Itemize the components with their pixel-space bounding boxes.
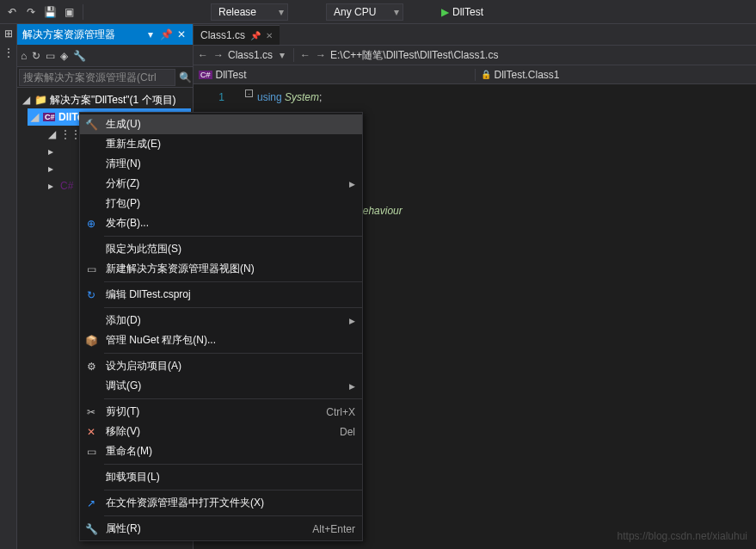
panel-title: 解决方案资源管理器 bbox=[22, 28, 141, 42]
menu-edit-proj[interactable]: ↻编辑 DllTest.csproj bbox=[80, 285, 362, 305]
menu-startup[interactable]: ⚙设为启动项目(A) bbox=[80, 356, 362, 376]
pin-icon[interactable]: 📌 bbox=[250, 31, 261, 40]
refresh-icon[interactable]: ↻ bbox=[32, 50, 40, 62]
wrench-icon: 🔧 bbox=[83, 523, 99, 535]
platform-dropdown[interactable]: Any CPU bbox=[326, 3, 403, 21]
chevron-right-icon: ▶ bbox=[349, 180, 355, 188]
fwd-icon[interactable]: → bbox=[315, 49, 327, 61]
rail-icon[interactable]: ⋮ bbox=[3, 46, 14, 59]
package-icon: 📦 bbox=[83, 335, 99, 347]
menu-publish[interactable]: ⊕发布(B)... bbox=[80, 213, 362, 233]
menu-analyze[interactable]: 分析(Z)▶ bbox=[80, 174, 362, 194]
delete-icon: ✕ bbox=[83, 426, 99, 438]
menu-nuget[interactable]: 📦管理 NuGet 程序包(N)... bbox=[80, 330, 362, 350]
csharp-icon: C# bbox=[43, 113, 55, 121]
solution-label: 解决方案"DllTest"(1 个项目) bbox=[50, 93, 176, 108]
nav-file[interactable]: Class1.cs bbox=[228, 49, 273, 61]
menu-properties[interactable]: 🔧属性(R)Alt+Enter bbox=[80, 519, 362, 539]
redo-icon[interactable]: ↷ bbox=[22, 3, 40, 21]
close-icon[interactable]: ✕ bbox=[266, 31, 273, 40]
back-icon[interactable]: ← bbox=[197, 49, 209, 61]
rail-icon[interactable]: ⊞ bbox=[4, 28, 13, 40]
context-menu: 🔨生成(U) 重新生成(E) 清理(N) 分析(Z)▶ 打包(P) ⊕发布(B)… bbox=[79, 112, 363, 541]
menu-cut[interactable]: ✂剪切(T)Ctrl+X bbox=[80, 402, 362, 422]
project-selector[interactable]: C# DllTest bbox=[194, 69, 476, 81]
search-row: 🔍 bbox=[17, 67, 193, 88]
solution-icon: 📁 bbox=[34, 94, 46, 106]
chevron-right-icon: ▶ bbox=[349, 317, 355, 325]
build-icon: 🔨 bbox=[83, 119, 99, 131]
gear-icon: ⚙ bbox=[83, 361, 99, 373]
search-input[interactable] bbox=[19, 69, 175, 86]
menu-debug[interactable]: 调试(G)▶ bbox=[80, 376, 362, 396]
chevron-right-icon: ▶ bbox=[349, 382, 355, 391]
rename-icon: ▭ bbox=[83, 446, 99, 458]
edit-icon: ↻ bbox=[83, 289, 99, 301]
watermark: https://blog.csdn.net/xialuhui bbox=[618, 530, 747, 542]
menu-newview[interactable]: ▭新建解决方案资源管理器视图(N) bbox=[80, 259, 362, 279]
panel-header: 解决方案资源管理器 ▾ 📌 ✕ bbox=[17, 24, 193, 45]
close-icon[interactable]: ✕ bbox=[175, 28, 187, 40]
csharp-icon: C# bbox=[199, 71, 212, 79]
play-icon[interactable]: ▶ bbox=[441, 6, 449, 18]
solution-node[interactable]: ◢ 📁 解决方案"DllTest"(1 个项目) bbox=[19, 91, 191, 108]
menu-add[interactable]: 添加(D)▶ bbox=[80, 311, 362, 330]
context-bar: C# DllTest 🔒 DllTest.Class1 bbox=[194, 65, 756, 84]
menu-build[interactable]: 🔨生成(U) bbox=[80, 114, 362, 134]
expand-icon[interactable]: ◢ bbox=[22, 94, 31, 106]
menu-open-folder[interactable]: ↗在文件资源管理器中打开文件夹(X) bbox=[80, 493, 362, 513]
showall-icon[interactable]: ◈ bbox=[60, 50, 68, 62]
collapse-icon[interactable]: ▭ bbox=[46, 50, 55, 62]
file-tab[interactable]: Class1.cs 📌 ✕ bbox=[194, 25, 280, 45]
pin-icon[interactable]: 📌 bbox=[160, 28, 172, 40]
menu-remove[interactable]: ✕移除(V)Del bbox=[80, 422, 362, 441]
saveall-icon[interactable]: ▣ bbox=[60, 3, 77, 21]
folder-icon: ↗ bbox=[83, 497, 99, 509]
tab-label: Class1.cs bbox=[200, 29, 245, 41]
globe-icon: ⊕ bbox=[83, 218, 99, 230]
home-icon[interactable]: ⌂ bbox=[21, 50, 27, 62]
undo-icon[interactable]: ↶ bbox=[3, 3, 21, 21]
fwd-icon[interactable]: → bbox=[212, 49, 224, 61]
config-dropdown[interactable]: Release bbox=[211, 3, 288, 21]
dropdown-icon[interactable]: ▾ bbox=[144, 28, 157, 40]
menu-unload[interactable]: 卸载项目(L) bbox=[80, 467, 362, 487]
nav-path[interactable]: E:\C++随笔\DllTest\DllTest\Class1.cs bbox=[330, 48, 498, 63]
save-icon[interactable]: 💾 bbox=[41, 3, 58, 21]
panel-toolbar: ⌂ ↻ ▭ ◈ 🔧 bbox=[17, 45, 193, 67]
run-target[interactable]: DllTest bbox=[452, 6, 483, 18]
lock-icon: 🔒 bbox=[481, 70, 491, 79]
class-selector[interactable]: 🔒 DllTest.Class1 bbox=[476, 69, 757, 81]
file-tabs: Class1.cs 📌 ✕ bbox=[194, 24, 756, 45]
cut-icon: ✂ bbox=[83, 406, 99, 418]
menu-pack[interactable]: 打包(P) bbox=[80, 194, 362, 213]
menu-rebuild[interactable]: 重新生成(E) bbox=[80, 134, 362, 154]
menu-scope[interactable]: 限定为此范围(S) bbox=[80, 239, 362, 259]
menu-clean[interactable]: 清理(N) bbox=[80, 154, 362, 174]
nav-bar: ← → Class1.cs ▾ ← → E:\C++随笔\DllTest\Dll… bbox=[194, 45, 756, 65]
menu-rename[interactable]: ▭重命名(M) bbox=[80, 441, 362, 461]
window-icon: ▭ bbox=[83, 263, 99, 275]
left-rail: ⊞ ⋮ bbox=[0, 24, 17, 549]
back-icon[interactable]: ← bbox=[299, 49, 311, 61]
expand-icon[interactable]: ◢ bbox=[31, 111, 40, 123]
main-toolbar: ↶ ↷ 💾 ▣ Release Any CPU ▶ DllTest bbox=[0, 0, 756, 24]
properties-icon[interactable]: 🔧 bbox=[73, 50, 86, 62]
